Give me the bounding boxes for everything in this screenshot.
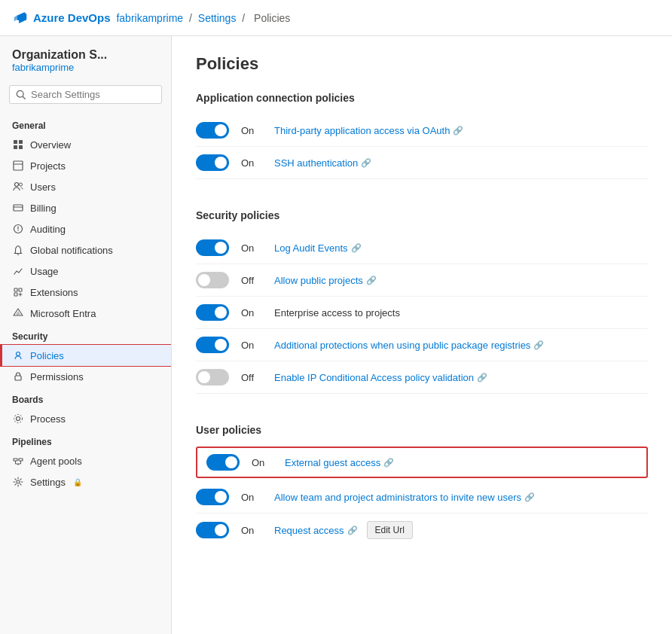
toggle-public-projects[interactable]: [196, 272, 229, 288]
toggle-ssh[interactable]: [196, 154, 229, 171]
policy-row-ssh: On SSH authentication 🔗: [196, 147, 648, 179]
billing-icon: [12, 202, 24, 214]
agent-pools-icon: [12, 455, 24, 467]
section-label-security: Security: [0, 324, 171, 345]
external-link-icon: 🔗: [533, 340, 544, 350]
svg-rect-10: [14, 205, 23, 211]
projects-icon: [12, 160, 24, 172]
external-link-icon: 🔗: [453, 126, 463, 136]
sidebar-item-extensions[interactable]: Extensions: [0, 282, 171, 303]
sidebar-item-permissions[interactable]: Permissions: [0, 366, 171, 387]
svg-point-9: [20, 183, 23, 186]
main-content: Policies Application connection policies…: [172, 36, 672, 634]
sidebar-item-billing[interactable]: Billing: [0, 197, 171, 218]
settings-icon: [12, 476, 24, 488]
sidebar-item-projects[interactable]: Projects: [0, 155, 171, 176]
toggle-state-external-guest: On: [252, 457, 273, 468]
policy-name-log-audit[interactable]: Log Audit Events 🔗: [274, 242, 648, 254]
policy-name-enterprise-access: Enterprise access to projects: [274, 307, 648, 319]
top-nav: Azure DevOps fabrikamprime / Settings / …: [0, 0, 672, 36]
sidebar-item-microsoft-entra[interactable]: Microsoft Entra: [0, 303, 171, 324]
search-input[interactable]: [31, 89, 155, 100]
users-icon: [12, 181, 24, 193]
svg-rect-6: [14, 161, 23, 170]
svg-rect-17: [14, 293, 17, 296]
auditing-icon: [12, 223, 24, 235]
sidebar-item-overview[interactable]: Overview: [0, 134, 171, 155]
policy-row-additional-protections: On Additional protections when using pub…: [196, 329, 648, 361]
toggle-enterprise-access[interactable]: [196, 304, 229, 321]
toggle-additional-protections[interactable]: [196, 337, 229, 353]
edit-url-button[interactable]: Edit Url: [367, 521, 413, 539]
policy-name-oauth[interactable]: Third-party application access via OAuth…: [274, 125, 648, 136]
external-link-icon: 🔗: [351, 243, 362, 253]
sidebar-item-policies[interactable]: Policies: [0, 345, 171, 366]
page-title: Policies: [196, 54, 648, 74]
sidebar-item-process[interactable]: Process: [0, 408, 171, 429]
sidebar-item-users[interactable]: Users: [0, 176, 171, 197]
sidebar-item-label: Agent pools: [30, 456, 82, 467]
section-label-boards: Boards: [0, 387, 171, 408]
section-user-policies-label: User policies: [196, 424, 648, 436]
toggle-ip-conditional[interactable]: [196, 369, 229, 386]
policies-icon: [12, 349, 24, 361]
external-link-icon: 🔗: [361, 158, 371, 168]
policy-row-request-access: On Request access 🔗 Edit Url: [196, 514, 648, 547]
sidebar-item-settings-pipelines[interactable]: Settings 🔒: [0, 471, 171, 492]
toggle-state-oauth: On: [241, 125, 262, 136]
sidebar-item-label: Overview: [30, 139, 71, 151]
sidebar-item-label: Permissions: [30, 371, 84, 383]
svg-rect-24: [14, 459, 17, 461]
sidebar-item-usage[interactable]: Usage: [0, 261, 171, 282]
policy-name-external-guest[interactable]: External guest access 🔗: [285, 457, 637, 468]
permissions-icon: [12, 370, 24, 383]
sidebar-item-label: Users: [30, 181, 56, 193]
svg-rect-3: [19, 140, 23, 144]
svg-point-30: [17, 480, 20, 483]
svg-rect-5: [19, 145, 23, 149]
notification-icon: [12, 244, 24, 256]
toggle-state-additional-protections: On: [241, 340, 262, 351]
svg-rect-2: [14, 140, 17, 144]
section-security-label: Security policies: [196, 209, 648, 221]
sidebar-item-global-notifications[interactable]: Global notifications: [0, 239, 171, 261]
external-link-icon: 🔗: [524, 492, 535, 502]
svg-rect-15: [14, 288, 17, 291]
sidebar-item-label: Microsoft Entra: [30, 308, 96, 319]
svg-point-14: [17, 230, 18, 230]
svg-rect-25: [19, 459, 23, 461]
section-application-connection-label: Application connection policies: [196, 92, 648, 104]
toggle-request-access[interactable]: [196, 522, 229, 538]
usage-icon: [12, 265, 24, 277]
svg-rect-4: [14, 145, 17, 149]
policy-name-additional-protections[interactable]: Additional protections when using public…: [274, 340, 648, 351]
policy-name-request-access[interactable]: Request access 🔗 Edit Url: [274, 521, 648, 539]
toggle-invite-users[interactable]: [196, 489, 229, 505]
sidebar-item-agent-pools[interactable]: Agent pools: [0, 450, 171, 471]
section-label-pipelines: Pipelines: [0, 429, 171, 450]
section-label-general: General: [0, 113, 171, 134]
toggle-oauth[interactable]: [196, 122, 229, 139]
toggle-state-public-projects: Off: [241, 275, 262, 286]
sidebar-item-label: Auditing: [30, 224, 66, 235]
policy-name-ssh[interactable]: SSH authentication 🔗: [274, 157, 648, 169]
policy-name-ip-conditional[interactable]: Enable IP Conditional Access policy vali…: [274, 372, 648, 383]
org-title: Organization S...: [0, 45, 171, 62]
grid-icon: [12, 139, 24, 151]
sidebar-item-label: Billing: [30, 203, 57, 214]
svg-rect-16: [19, 288, 22, 291]
policy-row-invite-users: On Allow team and project administrators…: [196, 481, 648, 514]
policy-name-invite-users[interactable]: Allow team and project administrators to…: [274, 492, 648, 503]
azure-devops-logo[interactable]: Azure DevOps: [12, 10, 111, 26]
sidebar-item-auditing[interactable]: Auditing: [0, 218, 171, 239]
policy-row-external-guest: On External guest access 🔗: [196, 447, 648, 478]
sidebar-item-label: Process: [30, 413, 66, 425]
search-box[interactable]: [9, 85, 162, 104]
policy-row-oauth: On Third-party application access via OA…: [196, 114, 648, 147]
policy-name-public-projects[interactable]: Allow public projects 🔗: [274, 275, 648, 286]
toggle-log-audit[interactable]: [196, 239, 229, 256]
policy-row-ip-conditional: Off Enable IP Conditional Access policy …: [196, 361, 648, 394]
toggle-state-invite-users: On: [241, 492, 262, 503]
policy-row-log-audit: On Log Audit Events 🔗: [196, 232, 648, 264]
toggle-external-guest[interactable]: [206, 454, 240, 471]
